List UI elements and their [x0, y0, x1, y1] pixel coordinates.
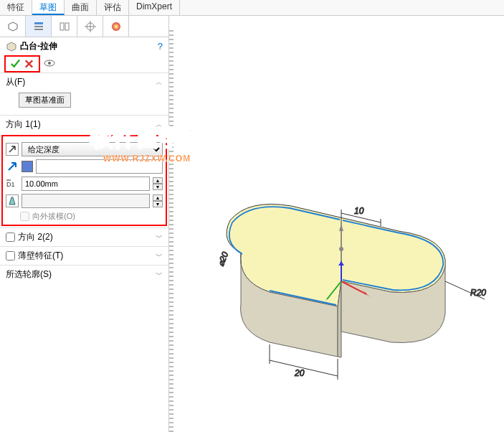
dim-20: 20 — [294, 368, 305, 378]
chevron-down-icon: ﹀ — [156, 233, 163, 243]
extrude-icon — [6, 41, 17, 52]
cancel-icon[interactable] — [24, 58, 34, 70]
panel-tab-dimxpert[interactable] — [77, 16, 103, 37]
feature-title-text: 凸台-拉伸 — [20, 40, 57, 52]
top-tabs: 特征 草图 曲面 评估 DimXpert — [0, 0, 504, 16]
depth-input[interactable] — [22, 177, 150, 191]
dim-r20: R20 — [470, 288, 486, 298]
thin-label: 薄壁特征(T) — [18, 250, 63, 262]
direction1-box: 给定深度 D1 ▲ ▼ — [1, 135, 167, 226]
draft-outward-checkbox — [20, 212, 29, 221]
svg-text:D1: D1 — [6, 181, 15, 188]
spinner-up[interactable]: ▲ — [153, 194, 163, 201]
draft-icon[interactable] — [6, 194, 19, 207]
svg-point-17 — [48, 62, 51, 65]
spinner-up[interactable]: ▲ — [153, 177, 163, 184]
direction-color-swatch[interactable] — [22, 161, 33, 172]
svg-point-23 — [339, 247, 343, 251]
svg-point-15 — [112, 22, 120, 31]
help-icon[interactable]: ? — [158, 41, 163, 52]
panel-tab-feature-tree[interactable] — [0, 16, 26, 37]
viewport-ruler — [169, 29, 173, 432]
svg-rect-7 — [34, 22, 43, 24]
direction-vector-input[interactable] — [36, 159, 163, 174]
section-contours-header[interactable]: 所选轮廓(S) ﹀ — [6, 268, 163, 281]
chevron-down-icon: ﹀ — [156, 270, 163, 280]
tab-surface[interactable]: 曲面 — [65, 0, 97, 15]
section-thin-header[interactable]: 薄壁特征(T) ﹀ — [6, 250, 163, 262]
chevron-up-icon: ︿ — [156, 120, 163, 130]
model-3d[interactable]: 10 20 R20 ⌀20 — [198, 188, 499, 389]
svg-rect-9 — [34, 29, 43, 30]
tab-dimxpert[interactable]: DimXpert — [129, 0, 180, 15]
panel-tab-config[interactable] — [52, 16, 77, 37]
svg-rect-11 — [65, 23, 69, 30]
tab-evaluate[interactable]: 评估 — [97, 0, 129, 15]
spinner-down[interactable]: ▼ — [153, 201, 163, 207]
viewport[interactable]: 10 20 R20 ⌀20 — [169, 16, 504, 432]
direction2-label: 方向 2(2) — [18, 231, 53, 243]
chevron-up-icon: ︿ — [156, 78, 163, 88]
confirm-cancel-row — [4, 55, 40, 72]
direction-arrow-icon[interactable] — [6, 160, 19, 173]
draft-spinner: ▲ ▼ — [153, 194, 163, 207]
direction1-label: 方向 1(1) — [6, 118, 41, 131]
preview-icon[interactable] — [43, 57, 56, 70]
svg-rect-10 — [60, 23, 64, 30]
section-direction2-header[interactable]: 方向 2(2) ﹀ — [6, 231, 163, 243]
section-thin: 薄壁特征(T) ﹀ — [0, 246, 168, 265]
section-from: 从(F) ︿ 草图基准面 — [0, 72, 168, 115]
depth-icon: D1 — [6, 177, 19, 190]
depth-spinner: ▲ ▼ — [153, 177, 163, 190]
dim-10: 10 — [354, 206, 364, 216]
contours-label: 所选轮廓(S) — [6, 268, 52, 281]
draft-input[interactable] — [22, 194, 150, 208]
tab-sketch[interactable]: 草图 — [32, 0, 65, 15]
svg-rect-8 — [34, 26, 43, 27]
ok-icon[interactable] — [10, 58, 21, 70]
chevron-down-icon: ﹀ — [156, 251, 163, 261]
panel-tabs — [0, 16, 168, 37]
section-direction2: 方向 2(2) ﹀ — [0, 227, 168, 246]
section-from-label: 从(F) — [6, 76, 25, 88]
feature-header: 凸台-拉伸 ? — [0, 37, 168, 55]
direction2-checkbox[interactable] — [6, 233, 15, 242]
dim-dia: ⌀20 — [216, 250, 231, 268]
section-contours: 所选轮廓(S) ﹀ — [0, 265, 168, 283]
tab-feature[interactable]: 特征 — [0, 0, 32, 15]
spinner-down[interactable]: ▼ — [153, 184, 163, 190]
end-condition-dropdown[interactable]: 给定深度 — [22, 142, 163, 156]
draft-outward-label: 向外拔模(O) — [32, 211, 75, 222]
thin-checkbox[interactable] — [6, 251, 15, 260]
reverse-direction-icon[interactable] — [6, 143, 19, 156]
section-direction1-header[interactable]: 方向 1(1) ︿ — [0, 116, 168, 133]
panel-tab-appearance[interactable] — [103, 16, 129, 37]
panel-tab-property[interactable] — [26, 16, 52, 37]
sketch-plane-dropdown[interactable]: 草图基准面 — [19, 93, 71, 108]
section-from-header[interactable]: 从(F) ︿ — [6, 76, 163, 88]
property-manager: 凸台-拉伸 ? 从(F) ︿ 草图基准面 方向 1(1) ︿ — [0, 16, 169, 432]
